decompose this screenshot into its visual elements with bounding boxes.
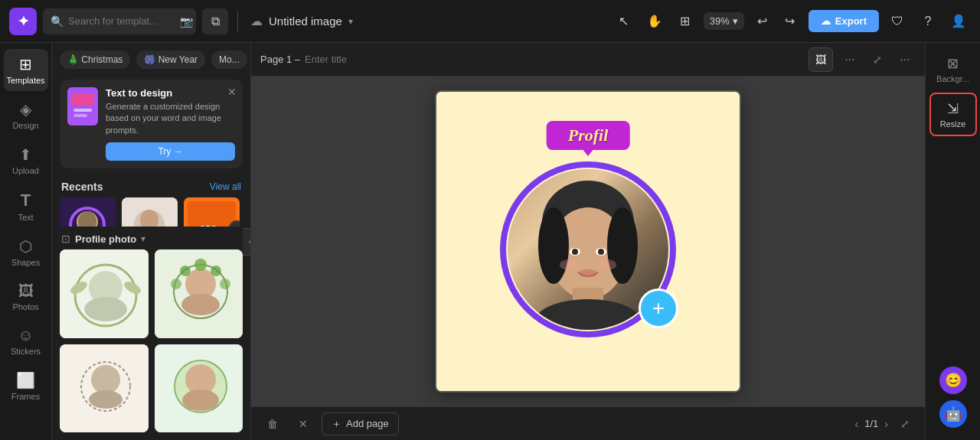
tag-more[interactable]: Mo... (211, 51, 247, 69)
profile-template-2[interactable] (155, 249, 243, 338)
search-bar: 🔍 📷 (43, 8, 196, 34)
zoom-selector[interactable]: 39% ▾ (704, 12, 744, 30)
svg-point-49 (560, 259, 578, 270)
doc-title-area: ☁ Untitled image ▾ (250, 14, 353, 28)
add-page-label: Add page (346, 418, 389, 429)
newyear-label: 🎆 New Year (144, 54, 198, 65)
page-title-input[interactable] (305, 54, 433, 65)
profile-section-header: ⊡ Profile photo ▾ (52, 227, 250, 249)
canvas-frame[interactable]: Profil (435, 90, 741, 393)
svg-point-18 (84, 297, 127, 321)
photos-icon: 🖼 (18, 282, 34, 300)
delete-page-button[interactable]: 🗑 (260, 412, 285, 436)
zoom-fit-button[interactable]: ⤢ (894, 413, 916, 435)
templates-icon: ⊞ (19, 55, 32, 73)
sidebar-item-photos[interactable]: 🖼 Photos (4, 276, 48, 318)
export-cloud-icon: ☁ (821, 15, 831, 27)
sidebar-item-shapes[interactable]: ⬡ Shapes (4, 231, 48, 273)
tag-newyear[interactable]: 🎆 New Year (136, 51, 205, 69)
profile-template-3[interactable] (60, 344, 149, 433)
text-label: Text (18, 213, 33, 222)
export-label: Export (835, 15, 867, 27)
recent-item-3[interactable]: ORG... › (184, 197, 240, 227)
undo-redo-group: ↩ ↪ (750, 9, 802, 34)
doc-dropdown-icon[interactable]: ▾ (348, 16, 353, 27)
sidebar-item-text[interactable]: T Text (4, 184, 48, 228)
view-all-button[interactable]: View all (210, 181, 241, 192)
sidebar-item-frames[interactable]: ⬜ Frames (4, 365, 48, 407)
sidebar-item-design[interactable]: ◈ Design (4, 94, 48, 136)
svg-point-25 (194, 259, 207, 271)
svg-rect-3 (74, 114, 87, 117)
sidebar-item-templates[interactable]: ⊞ Templates (4, 49, 48, 91)
add-page-button[interactable]: ＋ Add page (322, 412, 399, 435)
svg-point-33 (89, 390, 122, 409)
avatar-blue[interactable]: 🤖 (939, 400, 967, 428)
shield-button[interactable]: 🛡 (885, 9, 910, 34)
doc-title[interactable]: Untitled image (269, 15, 342, 28)
canvas-viewport: Profil (251, 77, 925, 406)
canvas-profil-arrow (582, 148, 594, 156)
right-panel-background[interactable]: ⊠ Backgr... (929, 49, 977, 90)
profile-template-4[interactable] (155, 344, 243, 433)
profile-grid (52, 249, 250, 440)
prev-page-button[interactable]: ‹ (855, 418, 859, 430)
recents-grid: + ORG... (52, 197, 250, 227)
svg-point-47 (598, 249, 604, 255)
shapes-icon: ⬡ (19, 237, 32, 256)
right-panel-resize[interactable]: ⇲ Resize (929, 93, 977, 136)
zoom-dropdown-icon: ▾ (733, 15, 738, 27)
camera-icon[interactable]: 📷 (180, 15, 193, 28)
canvas-image-tool[interactable]: 🖼 (808, 47, 833, 72)
shapes-label: Shapes (11, 258, 40, 267)
notification-title: Text to design (106, 87, 235, 99)
page-navigation: ‹ 1/1 › (855, 418, 888, 430)
profile-dropdown-icon[interactable]: ▾ (141, 233, 145, 244)
notification-content: Text to design Generate a customized des… (106, 87, 235, 161)
logo-button[interactable]: ✦ (9, 8, 37, 35)
sidebar-item-stickers[interactable]: ☺ Stickers (4, 321, 48, 362)
svg-text:ORG...: ORG... (199, 225, 223, 227)
undo-button[interactable]: ↩ (750, 9, 775, 34)
search-input[interactable] (68, 15, 175, 27)
export-button[interactable]: ☁ Export (808, 10, 879, 32)
hand-tool[interactable]: ✋ (642, 9, 667, 34)
page-label-text: Page 1 – (260, 54, 300, 65)
svg-point-32 (91, 365, 120, 394)
design-label: Design (12, 121, 38, 130)
page-count: 1/1 (864, 418, 878, 429)
trash-button[interactable]: ✕ (291, 412, 315, 436)
search-icon: 🔍 (51, 15, 64, 28)
canvas-expand-button[interactable]: ⤢ (867, 49, 888, 70)
svg-point-26 (180, 266, 191, 276)
profile-template-1[interactable] (60, 249, 149, 338)
tag-christmas[interactable]: 🎄 Christmas (60, 51, 130, 69)
account-button[interactable]: 👤 (946, 9, 971, 34)
panel-collapse-handle[interactable]: ‹ (243, 228, 251, 256)
stickers-label: Stickers (11, 347, 41, 356)
svg-point-29 (220, 279, 230, 289)
more-label: Mo... (219, 54, 240, 65)
filter-button[interactable]: ⧉ (202, 8, 228, 34)
notification-try-button[interactable]: Try → (106, 142, 235, 161)
design-icon: ◈ (20, 100, 31, 119)
canvas-add-button[interactable]: + (639, 288, 678, 328)
layout-tool[interactable]: ⊞ (673, 9, 697, 34)
sidebar-item-upload[interactable]: ⬆ Upload (4, 139, 48, 181)
redo-button[interactable]: ↪ (778, 9, 802, 34)
next-page-button[interactable]: › (884, 418, 888, 430)
topbar-tools: ↖ ✋ ⊞ 39% ▾ ↩ ↪ ☁ Export 🛡 ? 👤 (612, 9, 971, 34)
canvas-options-button[interactable]: ··· (894, 49, 916, 70)
avatar-purple[interactable]: 😊 (939, 367, 967, 394)
cursor-tool[interactable]: ↖ (612, 9, 636, 34)
canvas-more-button[interactable]: ··· (839, 49, 861, 70)
notification-close-button[interactable]: ✕ (227, 86, 237, 98)
background-icon: ⊠ (947, 55, 959, 72)
recent-item-1[interactable]: + (60, 197, 116, 227)
profile-section-title: Profile photo (75, 233, 136, 245)
christmas-label: 🎄 Christmas (67, 54, 122, 65)
recent-item-2[interactable] (122, 197, 178, 227)
frames-icon: ⬜ (16, 371, 35, 389)
canvas-profil-badge[interactable]: Profil (547, 121, 630, 150)
help-button[interactable]: ? (916, 9, 940, 34)
